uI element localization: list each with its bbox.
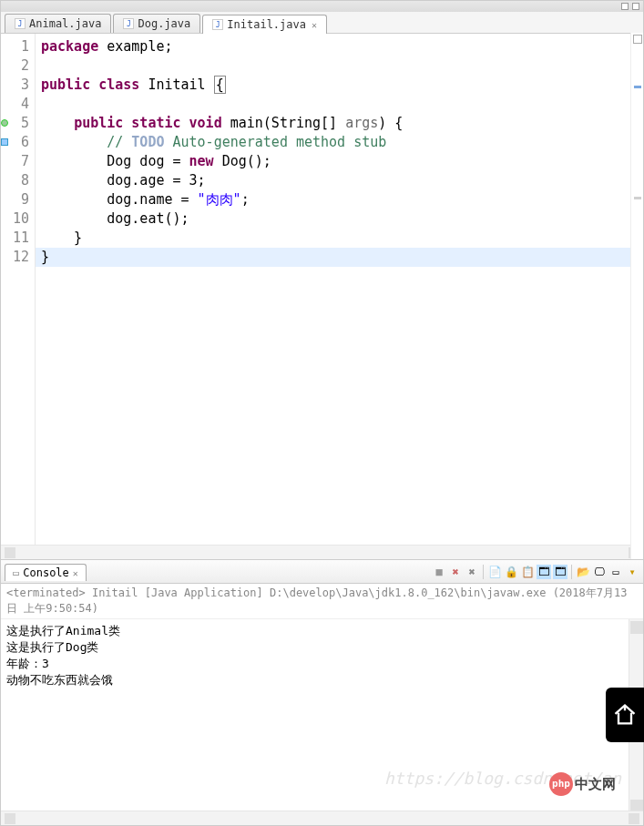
site-logo: php 中文网 (549, 772, 616, 796)
line-number: 5 (3, 114, 29, 133)
line-number: 7 (3, 152, 29, 171)
method-marker-icon[interactable] (1, 119, 8, 127)
open-console-button[interactable]: 📂 (576, 565, 590, 579)
clear-console-button[interactable]: 📄 (487, 565, 502, 579)
line-number: 8 (3, 171, 29, 190)
line-number: 6 (3, 133, 29, 152)
tab-dog-java[interactable]: J Dog.java (113, 14, 200, 33)
scroll-left-icon[interactable] (5, 547, 15, 558)
editor-tab-bar: J Animal.java J Dog.java J Initail.java … (1, 12, 643, 34)
editor-container: 123456789101112 package example;public c… (1, 34, 643, 560)
console-horizontal-scrollbar[interactable] (1, 811, 643, 825)
java-file-icon: J (123, 18, 134, 29)
display-selected-button[interactable]: 🗔 (537, 565, 551, 579)
code-line[interactable]: } (36, 248, 643, 267)
remove-launch-button[interactable]: ✖ (448, 565, 463, 579)
code-line[interactable]: dog.eat(); (41, 209, 638, 229)
minimize-button[interactable]: ▭ (608, 565, 623, 579)
tab-console[interactable]: ▭ Console ✕ (5, 564, 87, 581)
code-line[interactable]: public class Initail { (41, 76, 638, 95)
java-file-icon: J (15, 18, 26, 29)
new-console-button[interactable]: 🖵 (592, 565, 607, 579)
tab-label: Animal.java (29, 17, 101, 30)
tab-label: Initail.java (227, 18, 306, 31)
line-number: 2 (3, 56, 29, 76)
line-number: 4 (3, 95, 29, 114)
console-line: 年龄：3 (6, 656, 638, 672)
minimize-icon[interactable] (621, 3, 629, 10)
close-icon[interactable]: ✕ (73, 568, 78, 578)
watermark-text: https://blog.csdn.net/an (384, 770, 621, 787)
code-line[interactable]: Dog dog = new Dog(); (41, 152, 638, 171)
line-number: 12 (3, 248, 29, 267)
ruler-summary-icon (633, 35, 642, 44)
ruler-occurrence-marker[interactable] (634, 197, 641, 199)
line-number: 11 (3, 229, 29, 248)
code-line[interactable]: dog.name = "肉肉"; (41, 190, 638, 209)
console-status: <terminated> Initail [Java Application] … (1, 584, 643, 619)
scroll-left-icon[interactable] (5, 813, 15, 824)
line-gutter: 123456789101112 (1, 34, 36, 545)
remove-all-button[interactable]: ✖ (465, 565, 479, 579)
console-header: ▭ Console ✕ ■ ✖ ✖ 📄 🔒 📋 🗔 🗔 📂 🖵 ▭ ▾ (1, 560, 643, 584)
console-line: 这是执行了Dog类 (6, 639, 638, 656)
logo-text: 中文网 (575, 776, 616, 792)
overview-ruler[interactable] (630, 33, 643, 559)
logo-badge: php (549, 772, 573, 796)
task-marker-icon[interactable] (1, 138, 8, 146)
code-line[interactable]: package example; (41, 37, 638, 56)
house-up-icon (612, 702, 638, 728)
code-line[interactable]: } (41, 229, 638, 248)
line-number: 9 (3, 190, 29, 209)
tab-label: Dog.java (138, 17, 190, 30)
window-controls (1, 1, 643, 12)
console-line: 这是执行了Animal类 (6, 623, 638, 639)
pin-console-button[interactable]: 📋 (520, 565, 535, 579)
tab-animal-java[interactable]: J Animal.java (5, 14, 111, 33)
view-menu-button[interactable]: ▾ (625, 565, 639, 579)
maximize-icon[interactable] (632, 3, 639, 10)
code-area[interactable]: package example;public class Initail { p… (36, 34, 643, 545)
java-file-icon: J (212, 19, 223, 30)
separator (571, 565, 572, 579)
close-icon[interactable]: ✕ (312, 20, 317, 30)
horizontal-scrollbar[interactable] (1, 545, 643, 559)
separator (483, 565, 484, 579)
editor-area[interactable]: 123456789101112 package example;public c… (1, 34, 643, 545)
console-output[interactable]: 这是执行了Animal类这是执行了Dog类年龄：3动物不吃东西就会饿 https… (1, 619, 643, 814)
terminate-button[interactable]: ■ (432, 565, 446, 579)
console-icon: ▭ (13, 566, 19, 579)
scroll-up-icon[interactable] (630, 621, 643, 634)
code-line[interactable]: dog.age = 3; (41, 171, 638, 190)
show-console-button[interactable]: 🗔 (553, 565, 567, 579)
console-tab-label: Console (23, 566, 69, 579)
code-line[interactable] (41, 56, 638, 76)
line-number: 1 (3, 37, 29, 56)
ruler-task-marker[interactable] (634, 86, 641, 88)
console-panel: ▭ Console ✕ ■ ✖ ✖ 📄 🔒 📋 🗔 🗔 📂 🖵 ▭ ▾ <ter… (1, 560, 643, 814)
console-toolbar: ■ ✖ ✖ 📄 🔒 📋 🗔 🗔 📂 🖵 ▭ ▾ (432, 565, 639, 579)
scroll-right-icon[interactable] (629, 813, 639, 824)
line-number: 3 (3, 76, 29, 95)
code-line[interactable]: // TODO Auto-generated method stub (41, 133, 638, 152)
console-line: 动物不吃东西就会饿 (6, 672, 638, 688)
scroll-lock-button[interactable]: 🔒 (504, 565, 518, 579)
back-to-top-button[interactable] (606, 688, 644, 742)
code-line[interactable] (41, 95, 638, 114)
line-number: 10 (3, 209, 29, 229)
code-line[interactable]: public static void main(String[] args) { (41, 114, 638, 133)
tab-initail-java[interactable]: J Initail.java ✕ (202, 15, 327, 34)
